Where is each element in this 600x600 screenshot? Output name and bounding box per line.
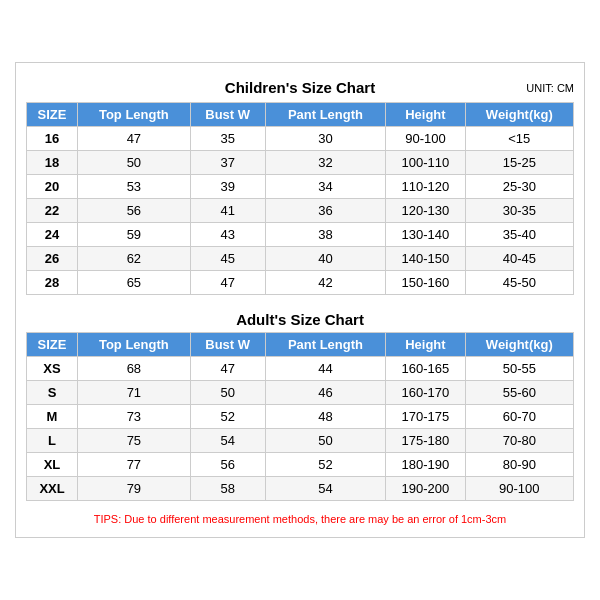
table-cell: 36 <box>265 199 386 223</box>
table-cell: 28 <box>27 271 78 295</box>
table-row: XXL795854190-20090-100 <box>27 477 574 501</box>
table-cell: 60-70 <box>465 405 573 429</box>
adult-section-title: Adult's Size Chart <box>26 303 574 332</box>
adult-header-cell: Height <box>386 333 465 357</box>
table-cell: 75 <box>78 429 191 453</box>
table-cell: 50 <box>78 151 191 175</box>
table-cell: S <box>27 381 78 405</box>
adult-header-cell: Pant Length <box>265 333 386 357</box>
table-row: 1647353090-100<15 <box>27 127 574 151</box>
table-row: 22564136120-13030-35 <box>27 199 574 223</box>
table-cell: 40-45 <box>465 247 573 271</box>
table-cell: L <box>27 429 78 453</box>
children-table: SIZETop LengthBust WPant LengthHeightWei… <box>26 102 574 295</box>
table-cell: 44 <box>265 357 386 381</box>
children-header-cell: Top Length <box>78 103 191 127</box>
table-cell: 45 <box>190 247 265 271</box>
unit-label: UNIT: CM <box>526 82 574 94</box>
table-row: M735248170-17560-70 <box>27 405 574 429</box>
children-header-cell: SIZE <box>27 103 78 127</box>
table-cell: 38 <box>265 223 386 247</box>
table-cell: 35 <box>190 127 265 151</box>
table-cell: 39 <box>190 175 265 199</box>
children-table-header: SIZETop LengthBust WPant LengthHeightWei… <box>27 103 574 127</box>
table-cell: 70-80 <box>465 429 573 453</box>
table-cell: 32 <box>265 151 386 175</box>
adult-header-cell: Top Length <box>78 333 191 357</box>
adult-header-cell: Bust W <box>190 333 265 357</box>
adult-table: SIZETop LengthBust WPant LengthHeightWei… <box>26 332 574 501</box>
table-cell: 47 <box>190 357 265 381</box>
table-cell: <15 <box>465 127 573 151</box>
table-cell: 43 <box>190 223 265 247</box>
table-cell: XL <box>27 453 78 477</box>
tips-text: TIPS: Due to different measurement metho… <box>26 509 574 527</box>
table-row: L755450175-18070-80 <box>27 429 574 453</box>
children-header-cell: Bust W <box>190 103 265 127</box>
table-cell: 160-170 <box>386 381 465 405</box>
adult-title-text: Adult's Size Chart <box>236 311 364 328</box>
table-cell: 140-150 <box>386 247 465 271</box>
adult-header-row: SIZETop LengthBust WPant LengthHeightWei… <box>27 333 574 357</box>
table-cell: 30-35 <box>465 199 573 223</box>
table-row: S715046160-17055-60 <box>27 381 574 405</box>
table-cell: 180-190 <box>386 453 465 477</box>
table-cell: 54 <box>265 477 386 501</box>
table-cell: 42 <box>265 271 386 295</box>
table-row: 26624540140-15040-45 <box>27 247 574 271</box>
table-cell: 120-130 <box>386 199 465 223</box>
table-cell: 47 <box>78 127 191 151</box>
table-cell: 110-120 <box>386 175 465 199</box>
table-cell: 160-165 <box>386 357 465 381</box>
table-cell: 52 <box>265 453 386 477</box>
adult-table-body: XS684744160-16550-55S715046160-17055-60M… <box>27 357 574 501</box>
table-cell: 53 <box>78 175 191 199</box>
table-cell: 34 <box>265 175 386 199</box>
table-cell: 50-55 <box>465 357 573 381</box>
table-row: 24594338130-14035-40 <box>27 223 574 247</box>
children-table-body: 1647353090-100<1518503732100-11015-25205… <box>27 127 574 295</box>
table-cell: 16 <box>27 127 78 151</box>
table-cell: 80-90 <box>465 453 573 477</box>
table-cell: 79 <box>78 477 191 501</box>
table-cell: XS <box>27 357 78 381</box>
table-cell: 175-180 <box>386 429 465 453</box>
table-cell: 18 <box>27 151 78 175</box>
table-row: 20533934110-12025-30 <box>27 175 574 199</box>
table-cell: 24 <box>27 223 78 247</box>
table-row: XL775652180-19080-90 <box>27 453 574 477</box>
table-cell: 170-175 <box>386 405 465 429</box>
table-cell: 100-110 <box>386 151 465 175</box>
table-cell: 130-140 <box>386 223 465 247</box>
size-chart-container: Children's Size Chart UNIT: CM SIZETop L… <box>15 62 585 538</box>
table-row: 28654742150-16045-50 <box>27 271 574 295</box>
table-cell: 68 <box>78 357 191 381</box>
children-header-cell: Pant Length <box>265 103 386 127</box>
children-section-title: Children's Size Chart UNIT: CM <box>26 73 574 102</box>
table-row: 18503732100-11015-25 <box>27 151 574 175</box>
table-cell: 65 <box>78 271 191 295</box>
table-cell: 55-60 <box>465 381 573 405</box>
table-cell: 40 <box>265 247 386 271</box>
table-cell: 50 <box>265 429 386 453</box>
table-cell: 58 <box>190 477 265 501</box>
table-cell: 26 <box>27 247 78 271</box>
table-cell: 59 <box>78 223 191 247</box>
table-cell: 15-25 <box>465 151 573 175</box>
table-cell: 46 <box>265 381 386 405</box>
children-header-row: SIZETop LengthBust WPant LengthHeightWei… <box>27 103 574 127</box>
table-cell: 35-40 <box>465 223 573 247</box>
table-cell: 56 <box>78 199 191 223</box>
adult-header-cell: SIZE <box>27 333 78 357</box>
children-header-cell: Height <box>386 103 465 127</box>
table-cell: 190-200 <box>386 477 465 501</box>
table-cell: 50 <box>190 381 265 405</box>
table-cell: 20 <box>27 175 78 199</box>
table-cell: 56 <box>190 453 265 477</box>
table-cell: 48 <box>265 405 386 429</box>
table-cell: 77 <box>78 453 191 477</box>
table-cell: 22 <box>27 199 78 223</box>
table-cell: 90-100 <box>386 127 465 151</box>
adult-table-header: SIZETop LengthBust WPant LengthHeightWei… <box>27 333 574 357</box>
children-header-cell: Weight(kg) <box>465 103 573 127</box>
